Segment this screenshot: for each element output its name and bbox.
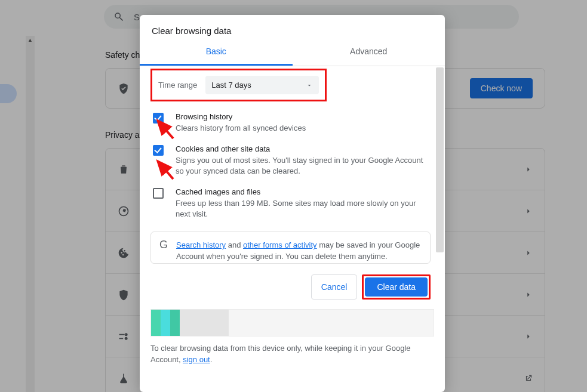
- time-range-label: Time range: [158, 81, 197, 89]
- checkbox-browsing-history[interactable]: [153, 113, 164, 124]
- checkbox-cookies[interactable]: [153, 145, 164, 156]
- time-range-select[interactable]: Last 7 days: [205, 76, 319, 94]
- option-desc: Frees up less than 199 MB. Some sites ma…: [176, 198, 426, 220]
- time-range-value: Last 7 days: [211, 81, 251, 89]
- option-title: Cookies and other site data: [176, 144, 270, 153]
- option-desc: Signs you out of most sites. You'll stay…: [176, 155, 426, 177]
- tab-basic[interactable]: Basic: [140, 39, 293, 66]
- chevron-down-icon: [306, 82, 313, 89]
- dialog-scrollbar[interactable]: [436, 67, 444, 252]
- option-browsing-history[interactable]: Browsing history Clears history from all…: [153, 112, 426, 134]
- search-history-link[interactable]: Search history: [176, 240, 226, 249]
- clear-data-button[interactable]: Clear data: [365, 277, 428, 297]
- dialog-tabs: Basic Advanced: [140, 39, 445, 66]
- redacted-account-strip: [150, 309, 434, 337]
- clear-browsing-data-dialog: Clear browsing data Basic Advanced Time …: [140, 15, 445, 392]
- checkbox-cached[interactable]: [153, 188, 164, 199]
- option-cached[interactable]: Cached images and files Frees up less th…: [153, 187, 426, 220]
- google-g-icon: G: [159, 239, 168, 256]
- google-account-info: G Search history and other forms of acti…: [150, 232, 431, 264]
- sign-out-link[interactable]: sign out: [183, 355, 210, 364]
- option-cookies[interactable]: Cookies and other site data Signs you ou…: [153, 144, 426, 177]
- cancel-button[interactable]: Cancel: [311, 274, 358, 300]
- other-activity-link[interactable]: other forms of activity: [243, 240, 317, 249]
- dialog-footer-note: To clear browsing data from this device …: [150, 342, 434, 365]
- dialog-title: Clear browsing data: [140, 15, 445, 39]
- tab-advanced[interactable]: Advanced: [293, 39, 445, 66]
- clear-data-highlight: Clear data: [362, 274, 431, 300]
- option-title: Browsing history: [176, 112, 232, 121]
- time-range-highlight: Time range Last 7 days: [150, 69, 327, 101]
- option-desc: Clears history from all synced devices: [176, 123, 306, 134]
- option-title: Cached images and files: [176, 187, 260, 196]
